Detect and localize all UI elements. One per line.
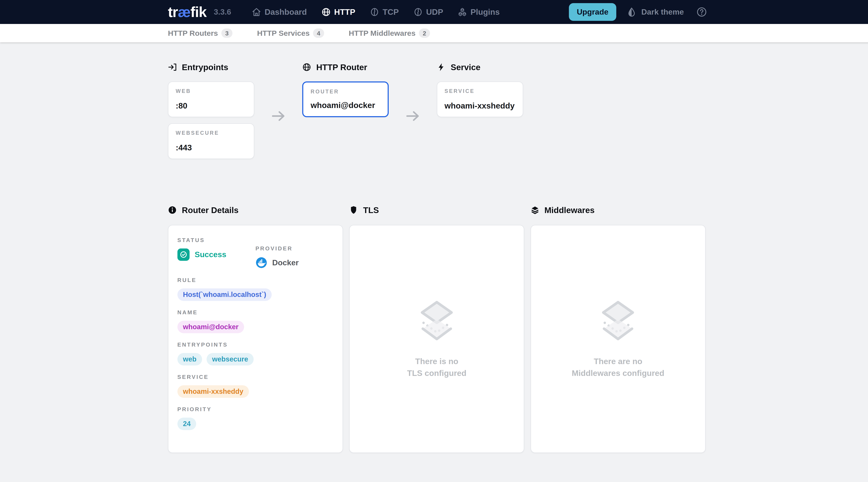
nav-item-udp[interactable]: UDP <box>406 0 451 24</box>
tab-http-services[interactable]: HTTP Services 4 <box>257 28 324 38</box>
status-block: STATUS Success <box>178 237 255 269</box>
info-icon <box>168 206 177 214</box>
tab-count-badge: 3 <box>221 28 232 38</box>
flow-arrow <box>254 79 302 134</box>
router-details-panel: Router Details STATUS Success PRO <box>168 205 343 453</box>
tab-count-badge: 2 <box>419 28 430 38</box>
globe-icon <box>302 63 311 71</box>
priority-block: PRIORITY 24 <box>178 406 334 430</box>
service-card[interactable]: SERVICE whoami-xxsheddy <box>437 82 523 117</box>
tab-bar: HTTP Routers 3 HTTP Services 4 HTTP Midd… <box>0 24 868 42</box>
status-label: STATUS <box>178 237 255 243</box>
entrypoints-block: ENTRYPOINTS web websecure <box>178 341 334 365</box>
service-block: SERVICE whoami-xxsheddy <box>178 374 334 398</box>
nav-item-tcp[interactable]: TCP <box>363 0 406 24</box>
card-value: :80 <box>176 101 247 111</box>
nav-item-label: Plugins <box>470 7 500 17</box>
name-label: NAME <box>178 309 334 316</box>
empty-layers-illustration <box>600 299 637 345</box>
flow-section: Entrypoints WEB :80 WEBSECURE :443 HTTP … <box>168 62 707 159</box>
login-icon <box>168 63 177 71</box>
nav-item-plugins[interactable]: Plugins <box>451 0 507 24</box>
service-title: Service <box>437 62 523 72</box>
provider-label: PROVIDER <box>255 245 334 252</box>
rule-label: RULE <box>178 277 334 283</box>
flow-arrow <box>389 79 437 134</box>
service-column: Service SERVICE whoami-xxsheddy <box>437 62 523 159</box>
entrypoint-card-web[interactable]: WEB :80 <box>168 82 254 117</box>
nav-item-label: Dashboard <box>265 7 307 17</box>
entrypoint-pill: websecure <box>207 353 254 365</box>
primary-nav: Dashboard HTTP TCP UDP Plugins <box>245 0 507 24</box>
middlewares-title: Middlewares <box>530 205 706 215</box>
tls-panel: TLS There is no TLS configured <box>349 205 524 453</box>
card-label: WEBSECURE <box>176 130 247 136</box>
nav-item-label: TCP <box>383 7 399 17</box>
tab-label: HTTP Services <box>257 29 310 37</box>
help-icon <box>696 7 707 17</box>
entrypoints-title: Entrypoints <box>168 62 254 72</box>
tls-title: TLS <box>349 205 524 215</box>
top-navbar: træfik 3.3.6 Dashboard HTTP TCP UDP P <box>0 0 868 24</box>
middlewares-panel: Middlewares There are no Middlewares con… <box>530 205 706 453</box>
rule-pill: Host(`whoami.localhost`) <box>178 289 272 301</box>
home-icon <box>252 7 261 17</box>
nav-item-dashboard[interactable]: Dashboard <box>245 0 314 24</box>
cubes-icon <box>458 7 467 17</box>
priority-pill: 24 <box>178 418 196 430</box>
logo-text: tr <box>168 4 178 21</box>
arrow-right-icon <box>271 109 286 124</box>
nav-item-label: UDP <box>426 7 443 17</box>
router-column: HTTP Router ROUTER whoami@docker <box>302 62 389 159</box>
tab-http-routers[interactable]: HTTP Routers 3 <box>168 28 232 38</box>
empty-layers-illustration <box>418 299 455 345</box>
tab-label: HTTP Middlewares <box>349 29 415 37</box>
card-value: whoami-xxsheddy <box>444 101 516 111</box>
entrypoint-card-websecure[interactable]: WEBSECURE :443 <box>168 123 254 159</box>
layers-icon <box>530 206 539 214</box>
lightning-icon <box>437 63 446 71</box>
http-router-title: HTTP Router <box>302 62 389 72</box>
service-pill: whoami-xxsheddy <box>178 385 249 398</box>
dark-theme-label: Dark theme <box>641 7 684 17</box>
entrypoint-pill: web <box>178 353 202 365</box>
card-value: :443 <box>176 143 247 152</box>
globe-icon <box>321 7 331 17</box>
entrypoints-column: Entrypoints WEB :80 WEBSECURE :443 <box>168 62 254 159</box>
provider-value: Docker <box>272 258 299 267</box>
nav-item-http[interactable]: HTTP <box>314 0 363 24</box>
detail-section: Router Details STATUS Success PRO <box>168 205 707 453</box>
version-label: 3.3.6 <box>214 7 231 17</box>
service-label: SERVICE <box>178 374 334 380</box>
network-icon <box>413 7 423 17</box>
middlewares-empty-message: There are no Middlewares configured <box>572 356 664 379</box>
tab-label: HTTP Routers <box>168 29 218 37</box>
success-check-icon <box>178 248 190 261</box>
docker-icon <box>255 257 267 268</box>
logo-ae: æ <box>178 4 190 21</box>
help-button[interactable] <box>696 7 707 17</box>
status-value: Success <box>195 250 226 259</box>
provider-block: PROVIDER Docker <box>255 245 334 268</box>
network-icon <box>370 7 379 17</box>
nav-item-label: HTTP <box>334 7 355 17</box>
entrypoints-label: ENTRYPOINTS <box>178 341 334 348</box>
arrow-right-icon <box>405 109 420 124</box>
main-content: Entrypoints WEB :80 WEBSECURE :443 HTTP … <box>168 42 707 453</box>
card-value: whoami@docker <box>311 100 380 110</box>
dark-theme-toggle[interactable]: Dark theme <box>627 7 684 17</box>
card-label: ROUTER <box>311 89 380 95</box>
card-label: SERVICE <box>444 88 516 94</box>
router-details-title: Router Details <box>168 205 343 215</box>
tls-empty-message: There is no TLS configured <box>407 356 466 379</box>
traefik-logo[interactable]: træfik <box>168 4 207 21</box>
router-card[interactable]: ROUTER whoami@docker <box>302 82 389 117</box>
name-block: NAME whoami@docker <box>178 309 334 333</box>
tab-http-middlewares[interactable]: HTTP Middlewares 2 <box>349 28 430 38</box>
upgrade-button[interactable]: Upgrade <box>569 3 616 21</box>
card-label: WEB <box>176 88 247 94</box>
shield-icon <box>349 206 358 214</box>
name-pill: whoami@docker <box>178 321 244 333</box>
tab-count-badge: 4 <box>313 28 324 38</box>
rule-block: RULE Host(`whoami.localhost`) <box>178 277 334 301</box>
